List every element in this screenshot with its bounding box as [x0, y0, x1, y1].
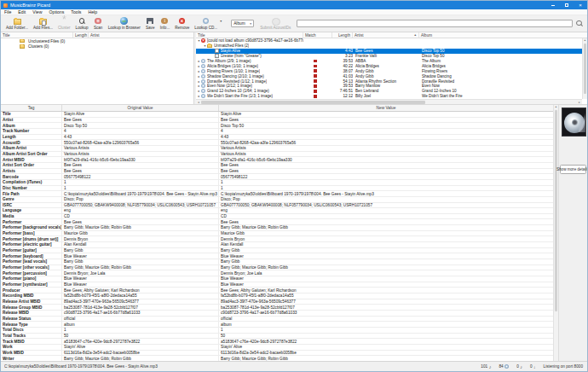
remove-button[interactable]: Remove	[172, 16, 192, 32]
metadata-row[interactable]: Compilation (iTunes)11	[1, 180, 553, 186]
cd-icon	[504, 364, 509, 369]
new-value: Barry Gibb	[219, 248, 553, 253]
scrollbar-thumb[interactable]	[555, 110, 557, 311]
cover-art-image[interactable]	[562, 108, 586, 137]
add-files-button[interactable]: Add Files...	[31, 16, 55, 32]
column-new-value[interactable]: New Value	[219, 105, 553, 111]
menu-file[interactable]: File	[1, 9, 14, 15]
metadata-row[interactable]: Performer [synthesizer]Blue WeaverBlue W…	[1, 282, 553, 288]
tag-name: Compilation (iTunes)	[1, 180, 62, 185]
left-column-length[interactable]: Length	[73, 32, 89, 38]
cd-icon	[201, 79, 205, 84]
metadata-row[interactable]: Artist Sort OrderBee GeesBee Gees	[1, 163, 553, 169]
close-button[interactable]: ×	[574, 1, 587, 9]
metadata-row[interactable]: Release Typealbumalbum	[1, 322, 553, 328]
status-bar: C:\kopia\muzyka50\oldies\Billboard 1970-…	[1, 361, 587, 371]
left-column-title[interactable]: Title	[1, 32, 73, 38]
lookup-cd-button[interactable]: Lookup CD...	[192, 16, 220, 32]
left-column-artist[interactable]: Artist	[89, 32, 193, 38]
scroll-right-icon[interactable]: ▸	[577, 101, 582, 104]
metadata-row[interactable]: TitleStayin AliveStayin Alive	[1, 112, 553, 118]
metadata-row[interactable]: GenreDisco; PopDisco; Pop	[1, 197, 553, 203]
metadata-row[interactable]: Track MBIDa5183647-c76e-420e-9dc8-297278…	[1, 339, 553, 345]
metadata-row[interactable]: Album ArtistVarious ArtistsVarious Artis…	[1, 146, 553, 152]
metadata-row[interactable]: Performer [drums (drum set)]Dennis Bryon…	[1, 236, 553, 242]
menu-tools[interactable]: Tools	[67, 9, 84, 15]
search-input[interactable]	[297, 20, 573, 27]
menu-view[interactable]: View	[29, 9, 45, 15]
metadata-row[interactable]: Disc Number11	[1, 186, 553, 192]
original-value: Dennis Bryon	[62, 236, 219, 241]
title-bar[interactable]: MusicBrainz Picard ×	[1, 1, 587, 9]
metadata-row[interactable]: MediaCDCD	[1, 214, 553, 220]
metadata-row[interactable]: Performer [background vocals]Barry Gibb;…	[1, 225, 553, 231]
metadata-row[interactable]: Track Number44	[1, 129, 553, 135]
scroll-up-icon[interactable]: ▴	[583, 38, 587, 43]
right-column-length[interactable]: Length	[332, 32, 353, 38]
scrollbar-thumb[interactable]	[584, 44, 586, 94]
metadata-row[interactable]: Artist MBIDbf0f7a29-dfa1-416c-b5c6-f0ebc…	[1, 157, 553, 163]
right-column-match[interactable]: Match	[303, 32, 332, 38]
search-icon[interactable]	[574, 20, 585, 28]
original-value: Various Artists	[62, 146, 219, 151]
metadata-row[interactable]: Performer [electric guitar]Alan KendallA…	[1, 242, 553, 248]
right-column-title[interactable]: Title	[196, 32, 303, 38]
metadata-row[interactable]: AcoustID550c07ad-8268-42aa-a3fa-12960376…	[1, 140, 553, 146]
lookup-button[interactable]: Lookup	[73, 16, 91, 32]
metadata-row[interactable]: Performer [other vocals]Barry Gibb; Maur…	[1, 265, 553, 271]
metadata-row[interactable]: Release Statusofficialofficial	[1, 317, 553, 323]
metadata-row[interactable]: PerformerBee GeesBee Gees	[1, 219, 553, 225]
right-column-artist[interactable]: Artist ▲	[353, 32, 419, 38]
maximize-button[interactable]	[560, 1, 574, 9]
metadata-row[interactable]: WorkStayin' AliveStayin' Alive	[1, 345, 553, 351]
metadata-row[interactable]: Barcode056775498122056775498122	[1, 174, 553, 180]
original-value: Blue Weaver	[62, 253, 219, 259]
main-panes: Title Length Artist Unclustered Files (0…	[1, 32, 587, 104]
album-row[interactable]: ▸We Didn't Start the Fire (1/3; 1 image)…	[196, 94, 582, 99]
minimize-button[interactable]	[546, 1, 560, 9]
column-tag[interactable]: Tag	[1, 105, 62, 111]
scan-button[interactable]: Scan	[91, 16, 106, 32]
metadata-row[interactable]: Recording MBIDfa52bd8b-b079-45f1-a8f0-2d…	[1, 294, 553, 299]
metadata-row[interactable]: AlbumDisco Top 50Disco Top 50	[1, 123, 553, 129]
clusters-item[interactable]: Clusters (0)	[1, 44, 193, 49]
menu-help[interactable]: Help	[84, 9, 101, 15]
metadata-row[interactable]: Release Artist MBID89ad4ac3-39f7-470e-96…	[1, 299, 553, 305]
metadata-row[interactable]: Release Group MBIDba253087-781d-413e-9a2…	[1, 305, 553, 311]
scrollbar-thumb[interactable]	[201, 101, 425, 104]
metadata-row[interactable]: Release MBIDc90d8723-3796-4a17-ae16-6b77…	[1, 311, 553, 317]
metadata-row[interactable]: Performer [lead vocals]Barry GibbBarry G…	[1, 259, 553, 265]
metadata-row[interactable]: Performer [guitar]Barry GibbBarry Gibb	[1, 248, 553, 254]
metadata-row[interactable]: Work MBID6113d16a-8d2a-3e54-adc2-bacaeb0…	[1, 351, 553, 357]
column-original-value[interactable]: Original Value	[62, 105, 219, 111]
status-file-path: C:\kopia\muzyka50\oldies\Billboard 1970-…	[4, 364, 481, 369]
lookup-in-browser-button[interactable]: Lookup in Browser	[106, 16, 143, 32]
search-category-select[interactable]: Album ▾	[231, 20, 254, 27]
metadata-row[interactable]: Performer [keyboard]Blue WeaverBlue Weav…	[1, 253, 553, 259]
menu-edit[interactable]: Edit	[14, 9, 29, 15]
lookup-cd-dropdown-arrow[interactable]: ▾	[220, 19, 222, 23]
metadata-row[interactable]: Performer [percussion]Dennis Bryon; Joe …	[1, 270, 553, 276]
metadata-row[interactable]: Total Tracks5050	[1, 334, 553, 340]
metadata-row[interactable]: ArtistBee GeesBee Gees	[1, 118, 553, 124]
metadata-row[interactable]: Length4:434:43	[1, 135, 553, 141]
metadata-row[interactable]: Performer [bass]Maurice GibbMaurice Gibb	[1, 231, 553, 237]
metadata-row[interactable]: ArtistsBee GeesBee Gees	[1, 169, 553, 175]
tag-name: Performer [synthesizer]	[1, 282, 62, 288]
show-more-details-button[interactable]: Show more details.	[560, 165, 586, 174]
metadata-row[interactable]: Performer [piano]Blue WeaverBlue Weaver	[1, 276, 553, 282]
metadata-row[interactable]: File PathC:\kopia\muzyka50\oldies\Billbo…	[1, 191, 553, 197]
metadata-row[interactable]: ISRCGBA077700050; GBAKW9400008; NLF05779…	[1, 203, 553, 209]
lookup-icon	[78, 17, 87, 25]
save-button[interactable]: Save	[143, 16, 158, 32]
metadata-row[interactable]: Album Artist Sort OrderVarious ArtistsVa…	[1, 152, 553, 158]
submit-acoustids-button[interactable]: Submit AcoustIDs	[257, 16, 293, 32]
metadata-row[interactable]: Total Discs11	[1, 328, 553, 334]
info-button[interactable]: Info...	[158, 16, 173, 32]
cluster-button[interactable]: * Cluster	[55, 16, 73, 32]
metadata-row[interactable]: ProducerBee Gees; Albhy Galuten; Karl Ri…	[1, 288, 553, 294]
metadata-row[interactable]: Languageengeng	[1, 208, 553, 214]
add-folder-button[interactable]: Add Folder...	[3, 16, 31, 32]
vertical-scrollbar[interactable]: ▴	[582, 38, 587, 99]
right-column-album[interactable]: Album	[419, 32, 587, 38]
